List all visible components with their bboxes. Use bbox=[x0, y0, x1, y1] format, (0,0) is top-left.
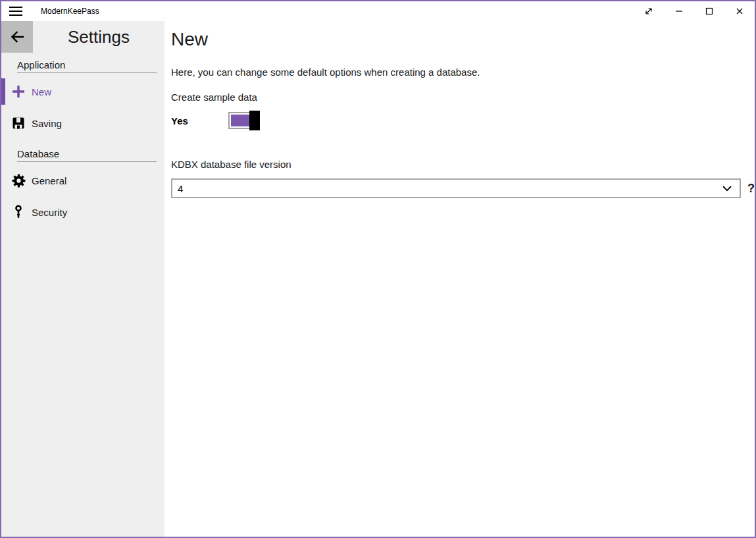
save-icon bbox=[11, 115, 26, 131]
toggle-thumb[interactable] bbox=[249, 111, 260, 130]
create-sample-data-label: Create sample data bbox=[171, 92, 755, 103]
sidebar-item-label: General bbox=[32, 175, 66, 186]
fullscreen-button[interactable] bbox=[634, 1, 664, 21]
fullscreen-icon bbox=[643, 6, 654, 16]
sidebar-item-label: New bbox=[32, 86, 51, 97]
sidebar-item-security[interactable]: Security bbox=[1, 199, 164, 225]
dropdown-selected-value: 4 bbox=[178, 183, 722, 194]
plus-icon bbox=[11, 84, 26, 99]
back-arrow-icon bbox=[9, 29, 25, 45]
gear-icon bbox=[11, 173, 26, 188]
window-controls bbox=[634, 1, 755, 21]
sidebar-item-label: Security bbox=[32, 207, 67, 218]
sidebar-item-saving[interactable]: Saving bbox=[1, 110, 164, 136]
app-window: ModernKeePass bbox=[0, 0, 756, 538]
titlebar: ModernKeePass bbox=[1, 1, 755, 21]
kdbx-version-label: KDBX database file version bbox=[171, 159, 755, 170]
toggle-state-label: Yes bbox=[171, 115, 228, 126]
app-title: ModernKeePass bbox=[41, 7, 99, 16]
help-button[interactable]: ? bbox=[747, 182, 755, 196]
maximize-button[interactable] bbox=[694, 1, 724, 21]
hamburger-menu-icon[interactable] bbox=[1, 1, 33, 21]
kdbx-version-dropdown[interactable]: 4 bbox=[171, 178, 741, 198]
minimize-icon bbox=[674, 6, 684, 16]
create-sample-data-toggle[interactable] bbox=[228, 112, 260, 129]
page-title: New bbox=[171, 29, 755, 50]
settings-new-page: New Here, you can change some default op… bbox=[164, 21, 755, 537]
sidebar-item-label: Saving bbox=[32, 118, 62, 129]
page-description: Here, you can change some default option… bbox=[171, 67, 755, 78]
chevron-down-icon bbox=[722, 186, 732, 192]
section-label-application: Application bbox=[17, 59, 157, 73]
close-button[interactable] bbox=[724, 1, 755, 21]
sidebar-item-new[interactable]: New bbox=[1, 78, 164, 105]
section-label-database: Database bbox=[17, 148, 157, 162]
back-button[interactable] bbox=[1, 21, 33, 53]
minimize-button[interactable] bbox=[664, 1, 694, 21]
maximize-icon bbox=[704, 6, 715, 16]
close-icon bbox=[734, 6, 745, 16]
selected-accent-bar bbox=[1, 78, 5, 105]
sidebar-item-general[interactable]: General bbox=[1, 167, 164, 194]
key-icon bbox=[11, 204, 26, 220]
sidebar-heading: Settings bbox=[33, 21, 164, 53]
settings-sidebar: Settings Application New bbox=[1, 21, 164, 537]
